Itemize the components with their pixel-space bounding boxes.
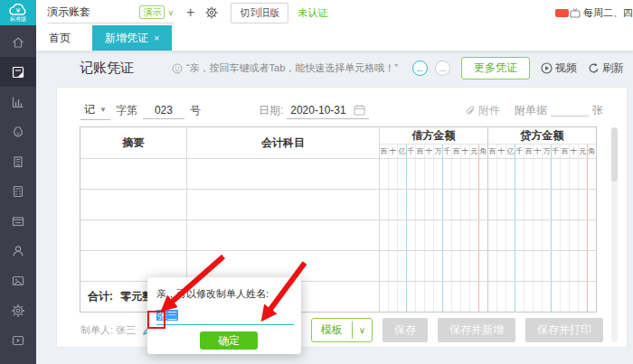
voucher-row xyxy=(80,250,596,281)
voucher-icon xyxy=(11,65,25,79)
digit-cell xyxy=(488,220,497,250)
summary-cell[interactable] xyxy=(80,159,187,189)
digit-cell xyxy=(506,282,515,312)
digit-cell xyxy=(570,282,579,312)
credit-amount-cell[interactable] xyxy=(488,251,596,281)
debit-amount-cell[interactable] xyxy=(380,159,488,189)
voucher-number-input[interactable]: 023 xyxy=(143,102,184,119)
account-name-select[interactable]: 演示账套 演示 ∨ xyxy=(47,2,174,23)
chevron-down-icon: ∨ xyxy=(167,8,174,17)
voucher-word-select[interactable]: 记 ▼ xyxy=(80,100,110,120)
digit-label: 百 xyxy=(561,145,570,158)
debit-amount-cell[interactable] xyxy=(380,251,488,281)
sidebar-item-salary[interactable] xyxy=(0,176,36,206)
digit-cell xyxy=(407,251,416,281)
digit-cell xyxy=(515,282,524,312)
credit-amount-cell[interactable] xyxy=(488,220,596,250)
digit-label: 元 xyxy=(579,145,588,158)
save-button[interactable]: 保存 xyxy=(383,318,428,342)
credit-amount-cell[interactable] xyxy=(488,190,596,219)
digit-cell xyxy=(552,159,561,189)
attach-count-input[interactable] xyxy=(551,104,589,117)
sidebar-item-social[interactable] xyxy=(0,236,36,266)
date-input[interactable]: 2020-10-31 xyxy=(287,102,368,119)
digit-cell xyxy=(425,159,434,189)
subject-cell[interactable] xyxy=(187,190,380,219)
digit-label: 十 xyxy=(497,145,506,158)
sidebar-item-home[interactable] xyxy=(0,27,36,57)
digit-cell xyxy=(579,282,588,312)
digit-cell xyxy=(479,282,487,312)
preparer-name-input[interactable]: 张三 xyxy=(156,309,294,325)
digit-label: 百 xyxy=(524,145,534,158)
debit-amount-cell[interactable] xyxy=(380,220,488,250)
digit-cell xyxy=(443,190,452,219)
live-broadcast-link[interactable]: 每周二、四财税课 xyxy=(555,6,633,20)
summary-cell[interactable] xyxy=(80,190,187,219)
digit-cell xyxy=(497,190,506,219)
digit-label: 十 xyxy=(461,145,470,158)
add-account-button[interactable]: + xyxy=(186,5,194,21)
sidebar-item-tutorial[interactable] xyxy=(0,325,36,355)
tab-new-voucher[interactable]: 新增凭证 × xyxy=(92,25,172,51)
digit-cell xyxy=(443,159,452,189)
debit-amount-cell[interactable] xyxy=(380,190,488,219)
save-and-print-button[interactable]: 保存并打印 xyxy=(525,318,603,342)
attach-docs-label: 附单据 xyxy=(515,103,547,118)
not-certified-link[interactable]: 未认证 xyxy=(298,6,327,20)
digit-cell xyxy=(434,159,443,189)
digit-cell xyxy=(534,251,543,281)
digit-cell xyxy=(543,159,552,189)
video-link[interactable]: 视频 xyxy=(541,61,577,76)
table-scrollbar[interactable] xyxy=(611,127,618,342)
digit-cell xyxy=(398,282,407,312)
sidebar-item-settings[interactable] xyxy=(0,295,36,325)
sidebar-item-voucher[interactable] xyxy=(0,57,36,87)
credit-amount-cell[interactable] xyxy=(488,159,596,189)
digit-cell xyxy=(434,251,443,281)
tab-home[interactable]: 首页 xyxy=(36,25,83,51)
next-voucher-button[interactable]: → xyxy=(435,61,450,76)
refresh-link[interactable]: 刷新 xyxy=(588,61,624,76)
prev-voucher-button[interactable]: ← xyxy=(412,61,428,76)
app-window: ¥ 标准版 演示账套 演示 ∨ + 切到旧版 未认证 xyxy=(0,0,633,364)
digit-cell xyxy=(479,220,487,250)
sidebar-item-assets[interactable] xyxy=(0,146,36,176)
more-vouchers-button[interactable]: 更多凭证 xyxy=(461,57,530,79)
sidebar-item-funds[interactable]: ¥ xyxy=(0,117,36,146)
settings-gear-icon[interactable] xyxy=(205,6,218,19)
app-logo[interactable]: ¥ 标准版 xyxy=(0,0,36,25)
attachment-button[interactable]: 附件 xyxy=(465,103,500,118)
digit-cell xyxy=(588,159,596,189)
digit-cell xyxy=(461,282,470,312)
tv-icon xyxy=(570,8,581,18)
digit-cell xyxy=(443,220,452,250)
sidebar-item-reports[interactable] xyxy=(0,87,36,117)
digit-cell xyxy=(407,190,416,219)
sidebar-item-invoice[interactable] xyxy=(0,206,36,236)
total-credit-cell xyxy=(488,282,596,312)
digit-cell xyxy=(452,190,461,219)
digit-cell xyxy=(524,220,534,250)
chevron-down-icon[interactable]: ∨ xyxy=(352,322,372,339)
subject-cell[interactable] xyxy=(187,220,380,250)
sidebar-item-checkout[interactable] xyxy=(0,266,36,295)
voucher-row xyxy=(80,189,596,219)
demo-badge: 演示 xyxy=(139,5,165,19)
switch-old-version-button[interactable]: 切到旧版 xyxy=(231,3,288,23)
digit-cell xyxy=(561,251,570,281)
digit-cell xyxy=(461,220,470,250)
confirm-button[interactable]: 确定 xyxy=(200,331,258,350)
digit-cell xyxy=(470,282,479,312)
save-and-new-button[interactable]: 保存并新增 xyxy=(438,318,515,342)
digit-cell xyxy=(561,282,570,312)
digit-label: 万 xyxy=(434,145,443,158)
template-button[interactable]: 模板 ∨ xyxy=(311,318,373,342)
digit-cell xyxy=(524,159,534,189)
subject-cell[interactable] xyxy=(187,159,380,189)
summary-cell[interactable] xyxy=(80,220,187,250)
digit-cell xyxy=(407,159,416,189)
header-debit-group: 借方金额 百十亿千百十万千百十元角 xyxy=(380,127,488,158)
close-tab-icon[interactable]: × xyxy=(154,33,159,43)
digit-cell xyxy=(389,190,398,219)
